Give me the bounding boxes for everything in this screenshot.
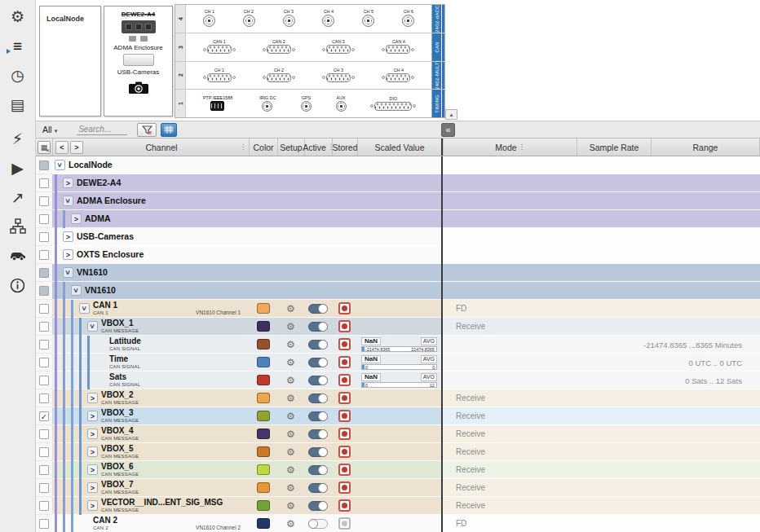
expand-collapsed-icon[interactable]: > bbox=[63, 249, 73, 260]
stored-record-button[interactable] bbox=[338, 517, 351, 530]
expand-collapsed-icon[interactable]: > bbox=[63, 178, 73, 188]
expand-collapsed-icon[interactable]: > bbox=[87, 482, 98, 493]
sidebar-item-settings[interactable]: ⚙ bbox=[0, 2, 35, 31]
row-checkbox[interactable] bbox=[39, 268, 49, 278]
table-row[interactable]: >ADMA bbox=[36, 210, 760, 228]
row-checkbox[interactable] bbox=[39, 232, 49, 242]
table-row[interactable]: >VECTOR__IND...ENT_SIG_MSGCAN MESSAGE⚙Re… bbox=[36, 497, 760, 515]
nav-prev-button[interactable]: < bbox=[55, 141, 68, 154]
expand-collapsed-icon[interactable]: > bbox=[87, 446, 98, 457]
active-toggle[interactable] bbox=[308, 519, 328, 529]
gear-icon[interactable]: ⚙ bbox=[286, 501, 295, 511]
row-checkbox[interactable] bbox=[39, 286, 49, 296]
column-header-range[interactable]: Range bbox=[693, 143, 718, 152]
table-row[interactable]: >VBOX_7CAN MESSAGE⚙Receive bbox=[36, 479, 760, 497]
row-checkbox[interactable] bbox=[39, 340, 49, 350]
gear-icon[interactable]: ⚙ bbox=[286, 447, 295, 457]
column-header-scaled-value[interactable]: Scaled Value bbox=[374, 143, 424, 152]
gear-icon[interactable]: ⚙ bbox=[286, 376, 295, 385]
row-checkbox[interactable] bbox=[39, 501, 49, 511]
scope-dropdown[interactable]: All ▾ bbox=[42, 125, 57, 134]
gear-icon[interactable]: ⚙ bbox=[286, 340, 295, 350]
table-row[interactable]: >VBOX_4CAN MESSAGE⚙Receive bbox=[36, 425, 760, 443]
table-row[interactable]: >CAN 1CAN 1VN1610 Channel 1⚙FD bbox=[36, 300, 760, 318]
expand-collapsed-icon[interactable]: > bbox=[87, 393, 98, 403]
clear-filter-button[interactable] bbox=[137, 123, 157, 137]
column-header-channel[interactable]: Channel bbox=[85, 143, 238, 152]
search-input[interactable] bbox=[77, 124, 127, 135]
stored-record-button[interactable] bbox=[338, 320, 351, 332]
table-row[interactable]: >LocalNode bbox=[36, 156, 760, 174]
active-toggle[interactable] bbox=[308, 304, 328, 314]
expand-expanded-icon[interactable]: > bbox=[63, 196, 73, 206]
table-row[interactable]: >VBOX_5CAN MESSAGE⚙Receive bbox=[36, 443, 760, 461]
row-checkbox[interactable] bbox=[39, 214, 49, 224]
color-swatch[interactable] bbox=[257, 375, 270, 385]
expand-expanded-icon[interactable]: > bbox=[55, 160, 65, 170]
sidebar-item-channel-list[interactable]: ≡ bbox=[0, 31, 35, 60]
stored-record-button[interactable] bbox=[338, 374, 351, 386]
row-checkbox[interactable] bbox=[39, 429, 49, 439]
expand-collapsed-icon[interactable]: > bbox=[87, 500, 98, 511]
active-toggle[interactable] bbox=[308, 394, 328, 403]
row-checkbox[interactable] bbox=[39, 519, 49, 529]
color-swatch[interactable] bbox=[257, 357, 270, 367]
active-toggle[interactable] bbox=[308, 376, 328, 385]
stored-record-button[interactable] bbox=[338, 410, 351, 422]
row-checkbox[interactable] bbox=[39, 376, 49, 385]
table-row[interactable]: >OXTS Enclosure bbox=[36, 246, 760, 264]
nav-next-button[interactable]: > bbox=[70, 141, 83, 154]
stored-record-button[interactable] bbox=[338, 428, 351, 440]
column-options-button[interactable] bbox=[161, 123, 177, 137]
active-toggle[interactable] bbox=[308, 447, 328, 457]
sidebar-item-vehicle[interactable] bbox=[0, 241, 35, 270]
expand-expanded-icon[interactable]: > bbox=[87, 321, 98, 332]
gear-icon[interactable]: ⚙ bbox=[286, 358, 295, 367]
table-row[interactable]: >VBOX_6CAN MESSAGE⚙Receive bbox=[36, 461, 760, 479]
row-checkbox[interactable] bbox=[39, 250, 49, 260]
collapse-pane-button[interactable]: « bbox=[441, 123, 455, 137]
color-swatch[interactable] bbox=[257, 500, 270, 511]
stored-record-button[interactable] bbox=[338, 392, 351, 404]
row-checkbox[interactable] bbox=[39, 196, 49, 206]
stored-record-button[interactable] bbox=[338, 302, 351, 314]
expand-collapsed-icon[interactable]: > bbox=[87, 464, 98, 475]
sidebar-item-topology[interactable] bbox=[0, 212, 35, 241]
localnode-card[interactable]: LocalNode bbox=[39, 6, 101, 117]
gear-icon[interactable]: ⚙ bbox=[286, 519, 295, 529]
expand-collapsed-icon[interactable]: > bbox=[71, 213, 82, 224]
table-row[interactable]: ✓>VBOX_3CAN MESSAGE⚙Receive bbox=[36, 407, 760, 425]
color-swatch[interactable] bbox=[257, 411, 270, 421]
scroll-up-button[interactable]: ▲ bbox=[445, 109, 457, 120]
column-header-setup[interactable]: Setup bbox=[280, 143, 302, 152]
color-swatch[interactable] bbox=[257, 464, 270, 475]
active-toggle[interactable] bbox=[308, 429, 328, 439]
color-swatch[interactable] bbox=[257, 482, 270, 493]
table-row[interactable]: >VBOX_1CAN MESSAGE⚙Receive bbox=[36, 318, 760, 336]
gear-icon[interactable]: ⚙ bbox=[286, 394, 295, 403]
active-toggle[interactable] bbox=[308, 358, 328, 367]
table-row[interactable]: TimeCAN SIGNAL⚙NaNAVG000 UTC .. 0 UTC bbox=[36, 354, 760, 372]
column-header-color[interactable]: Color bbox=[253, 143, 273, 152]
sidebar-item-measurement[interactable]: ◷ bbox=[0, 60, 35, 90]
row-checkbox[interactable] bbox=[39, 160, 49, 170]
table-row[interactable]: SatsCAN SIGNAL⚙NaNAVG0120 Sats .. 12 Sat… bbox=[36, 372, 760, 389]
expand-collapsed-icon[interactable]: > bbox=[87, 411, 98, 421]
expand-expanded-icon[interactable]: > bbox=[63, 267, 73, 278]
table-row[interactable]: >ADMA Enclosure bbox=[36, 192, 760, 210]
table-row[interactable]: LatitudeCAN SIGNAL⚙NaNAVG-21474.83652147… bbox=[36, 336, 760, 354]
active-toggle[interactable] bbox=[308, 340, 328, 350]
table-row[interactable]: >DEWE2-A4 bbox=[36, 174, 760, 192]
active-toggle[interactable] bbox=[308, 501, 328, 511]
expand-collapsed-icon[interactable]: > bbox=[87, 429, 98, 439]
color-swatch[interactable] bbox=[257, 339, 270, 350]
active-toggle[interactable] bbox=[308, 411, 328, 421]
gear-icon[interactable]: ⚙ bbox=[286, 465, 295, 475]
deselect-all-button[interactable]: ▦ × bbox=[38, 141, 51, 154]
color-swatch[interactable] bbox=[257, 446, 270, 457]
color-swatch[interactable] bbox=[257, 393, 270, 403]
active-toggle[interactable] bbox=[308, 465, 328, 475]
row-checkbox[interactable] bbox=[39, 465, 49, 475]
sidebar-item-info[interactable] bbox=[0, 270, 35, 300]
stored-record-button[interactable] bbox=[338, 338, 351, 350]
